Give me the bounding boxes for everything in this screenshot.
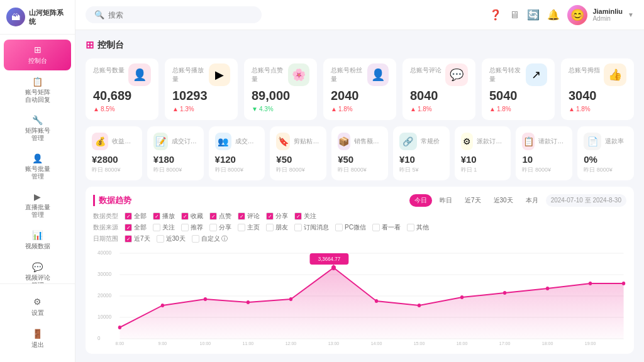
sidebar-item-settings[interactable]: ⚙ 设置 [4, 292, 71, 322]
logo-icon: 🏔 [6, 8, 25, 26]
checkbox-src-subscription[interactable] [294, 224, 302, 231]
search-bar[interactable]: 🔍 [86, 6, 262, 23]
search-input[interactable] [108, 11, 253, 19]
checkbox-src-friends[interactable] [266, 224, 274, 231]
checkbox-src-homepage[interactable] [238, 224, 245, 231]
sidebar-item-video-comment[interactable]: 💬 视频评论管理 [4, 257, 71, 283]
svg-text:20000: 20000 [97, 292, 111, 299]
checkbox-src-share[interactable] [209, 224, 217, 231]
filter-like[interactable]: ✓点赞 [209, 212, 231, 221]
dispatch-title: 派款订单数 ⓘ [477, 137, 504, 146]
checkbox-src-all[interactable]: ✓ [125, 224, 132, 231]
small-card-refund-orders: 📋 请款订单数 ⓘ 10 昨日 8000¥ [516, 126, 572, 180]
refund-rate-value: 0% [584, 154, 628, 165]
checkbox-play[interactable]: ✓ [153, 212, 160, 220]
stat-label: 总账号播放量 [172, 66, 209, 84]
user-role: Admin [592, 15, 623, 22]
source-recommend[interactable]: 推荐 [181, 223, 203, 232]
small-card-customers: 👥 成交人数 ¥120 昨日 8000¥ [209, 126, 265, 180]
stat-label: 总账号评论 [410, 66, 441, 75]
sidebar-item-video-data[interactable]: 📊 视频数据 [4, 225, 71, 256]
checkbox-all[interactable]: ✓ [125, 212, 132, 220]
source-other[interactable]: 其他 [407, 223, 429, 232]
stat-label: 总账号粉丝量 [331, 66, 367, 84]
sidebar-item-matrix[interactable]: 🔧 矩阵账号管理 [4, 110, 71, 147]
help-icon[interactable]: ❓ [489, 9, 502, 21]
orders-sub: 昨日 8000¥ [153, 166, 197, 174]
stat-icon: ▶ [209, 63, 231, 86]
sidebar-item-label: 账号矩阵自动回复 [25, 89, 50, 104]
video-comment-icon: 💬 [32, 262, 43, 272]
chart-tab-7days[interactable]: 近7天 [460, 194, 486, 207]
filter-comment[interactable]: ✓评论 [238, 212, 260, 221]
filter-share[interactable]: ✓分享 [266, 212, 288, 221]
source-pcwechat[interactable]: PC微信 [335, 223, 366, 232]
chart-tab-30days[interactable]: 近30天 [489, 194, 518, 207]
checkbox-range-7[interactable]: ✓ [125, 235, 132, 243]
checkbox-src-other[interactable] [407, 224, 414, 231]
source-share[interactable]: 分享 [209, 223, 231, 232]
sidebar-item-account-auto[interactable]: 📋 账号矩阵自动回复 [4, 72, 71, 109]
svg-text:13:00: 13:00 [328, 341, 340, 346]
source-friends[interactable]: 朋友 [266, 223, 288, 232]
source-subscription[interactable]: 订阅消息 [294, 223, 329, 232]
orders-value: ¥180 [153, 154, 197, 165]
svg-text:0: 0 [97, 335, 101, 342]
source-follow[interactable]: 关注 [153, 223, 175, 232]
stat-label: 总账号点赞量 [252, 66, 288, 84]
sidebar-item-live-batch[interactable]: ▶ 直播批量管理 [4, 187, 71, 224]
range-custom[interactable]: 自定义 ⓘ [192, 234, 228, 243]
range-30days[interactable]: 近30天 [157, 234, 186, 243]
filter-collect[interactable]: ✓收藏 [181, 212, 203, 221]
svg-text:8:00: 8:00 [116, 341, 125, 346]
small-cards-row: 💰 收益金额 ¥2800 昨日 8000¥ 📝 成交订单数 ¥180 昨日 80… [86, 126, 634, 180]
sales-title: 销售额特告 ⓘ [354, 137, 382, 146]
user-info[interactable]: 😊 Jiaminliu Admin ▼ [567, 5, 634, 25]
data-point [161, 304, 164, 307]
checkbox-collect[interactable]: ✓ [181, 212, 189, 220]
stat-icon: ↗ [526, 63, 548, 86]
data-point [375, 299, 378, 303]
refund-orders-icon: 📋 [522, 133, 535, 150]
range-7days[interactable]: ✓近7天 [125, 234, 150, 243]
revenue-value: ¥2800 [92, 154, 136, 165]
chart-tab-month[interactable]: 本月 [521, 194, 543, 207]
svg-text:11:00: 11:00 [243, 341, 254, 346]
source-all[interactable]: ✓全部 [125, 223, 147, 232]
refresh-icon[interactable]: 🔄 [527, 9, 540, 21]
bell-icon[interactable]: 🔔 [547, 9, 560, 21]
checkbox-range-custom[interactable] [192, 235, 199, 243]
source-homepage[interactable]: 主页 [238, 223, 260, 232]
filter-play[interactable]: ✓播放 [153, 212, 175, 221]
checkbox-share[interactable]: ✓ [266, 212, 274, 220]
checkbox-src-kankan[interactable] [372, 224, 380, 231]
filter-follow[interactable]: ✓关注 [294, 212, 316, 221]
data-point [247, 300, 250, 304]
stat-value: 2040 [331, 89, 389, 103]
checkbox-follow[interactable]: ✓ [294, 212, 302, 220]
svg-text:10000: 10000 [97, 314, 111, 321]
dropdown-icon[interactable]: ▼ [628, 11, 634, 18]
sidebar-item-label: 账号批量管理 [25, 165, 50, 180]
filter-all[interactable]: ✓全部 [125, 212, 147, 221]
source-kankan[interactable]: 看一看 [372, 223, 401, 232]
checkbox-range-30[interactable] [157, 235, 164, 243]
checkbox-src-follow[interactable] [153, 224, 160, 231]
monitor-icon[interactable]: 🖥 [509, 9, 519, 21]
video-data-icon: 📊 [32, 230, 43, 240]
sidebar-item-control[interactable]: ⊞ 控制台 [4, 40, 71, 70]
chart-section: 数据趋势 今日 昨日 近7天 近30天 本月 2024-07-10 至 2024… [86, 187, 634, 354]
sidebar-item-logout[interactable]: 🚪 退出 [4, 324, 71, 354]
chart-tab-today[interactable]: 今日 [409, 194, 432, 207]
chart-tab-yesterday[interactable]: 昨日 [435, 194, 457, 207]
checkbox-like[interactable]: ✓ [209, 212, 217, 220]
checkbox-comment[interactable]: ✓ [238, 212, 245, 220]
date-range-label: 日期范围 [93, 234, 118, 243]
small-card-clip: 🔖 剪贴粘粉 ⓘ ¥50 昨日 8000¥ [270, 126, 326, 180]
sidebar-nav: ⊞ 控制台 📋 账号矩阵自动回复 🔧 矩阵账号管理 👤 账号批量管理 ▶ 直播批… [0, 35, 75, 283]
sidebar-item-account-batch[interactable]: 👤 账号批量管理 [4, 148, 71, 185]
checkbox-src-pcwechat[interactable] [335, 224, 343, 231]
checkbox-src-recommend[interactable] [181, 224, 189, 231]
svg-text:17:00: 17:00 [499, 341, 511, 346]
data-point [589, 282, 592, 285]
